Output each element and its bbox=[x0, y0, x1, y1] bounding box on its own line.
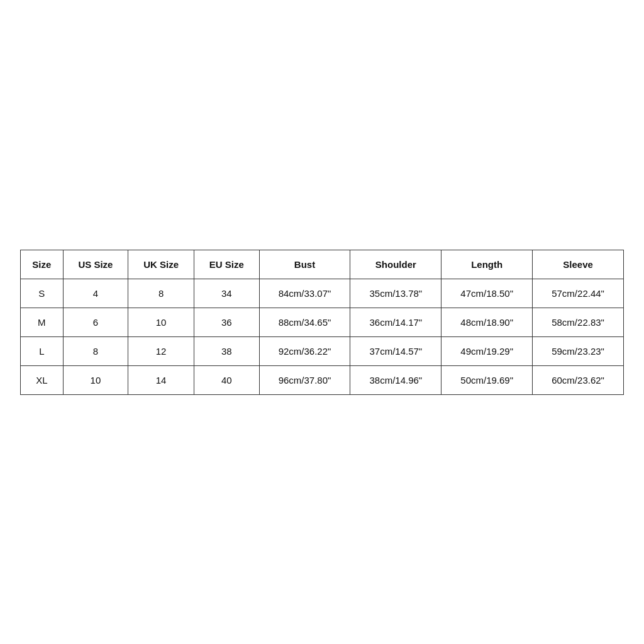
cell-2-6: 49cm/19.29" bbox=[441, 336, 533, 365]
cell-2-5: 37cm/14.57" bbox=[350, 336, 441, 365]
size-chart-container: Size US Size UK Size EU Size Bust Should… bbox=[20, 250, 624, 395]
table-row: XL10144096cm/37.80"38cm/14.96"50cm/19.69… bbox=[21, 365, 624, 394]
cell-2-0: L bbox=[21, 336, 64, 365]
header-eu-size: EU Size bbox=[194, 250, 259, 279]
cell-0-3: 34 bbox=[194, 279, 259, 308]
cell-0-5: 35cm/13.78" bbox=[350, 279, 441, 308]
cell-1-7: 58cm/22.83" bbox=[533, 308, 624, 336]
cell-0-7: 57cm/22.44" bbox=[533, 279, 624, 308]
cell-3-0: XL bbox=[21, 365, 64, 394]
header-sleeve: Sleeve bbox=[533, 250, 624, 279]
table-row: M6103688cm/34.65"36cm/14.17"48cm/18.90"5… bbox=[21, 308, 624, 336]
cell-3-2: 14 bbox=[128, 365, 194, 394]
cell-1-2: 10 bbox=[128, 308, 194, 336]
header-size: Size bbox=[21, 250, 64, 279]
cell-1-6: 48cm/18.90" bbox=[441, 308, 533, 336]
table-header-row: Size US Size UK Size EU Size Bust Should… bbox=[21, 250, 624, 279]
cell-0-0: S bbox=[21, 279, 64, 308]
cell-2-2: 12 bbox=[128, 336, 194, 365]
cell-1-5: 36cm/14.17" bbox=[350, 308, 441, 336]
cell-1-4: 88cm/34.65" bbox=[259, 308, 350, 336]
cell-2-1: 8 bbox=[63, 336, 128, 365]
cell-3-1: 10 bbox=[63, 365, 128, 394]
cell-3-7: 60cm/23.62" bbox=[533, 365, 624, 394]
cell-1-3: 36 bbox=[194, 308, 259, 336]
cell-3-3: 40 bbox=[194, 365, 259, 394]
cell-3-6: 50cm/19.69" bbox=[441, 365, 533, 394]
cell-1-1: 6 bbox=[63, 308, 128, 336]
header-uk-size: UK Size bbox=[128, 250, 194, 279]
cell-0-6: 47cm/18.50" bbox=[441, 279, 533, 308]
header-bust: Bust bbox=[259, 250, 350, 279]
cell-0-2: 8 bbox=[128, 279, 194, 308]
header-length: Length bbox=[441, 250, 533, 279]
cell-3-5: 38cm/14.96" bbox=[350, 365, 441, 394]
cell-0-4: 84cm/33.07" bbox=[259, 279, 350, 308]
table-row: L8123892cm/36.22"37cm/14.57"49cm/19.29"5… bbox=[21, 336, 624, 365]
cell-2-7: 59cm/23.23" bbox=[533, 336, 624, 365]
header-shoulder: Shoulder bbox=[350, 250, 441, 279]
header-us-size: US Size bbox=[63, 250, 128, 279]
size-chart-table: Size US Size UK Size EU Size Bust Should… bbox=[20, 250, 624, 395]
cell-1-0: M bbox=[21, 308, 64, 336]
cell-0-1: 4 bbox=[63, 279, 128, 308]
cell-2-3: 38 bbox=[194, 336, 259, 365]
cell-2-4: 92cm/36.22" bbox=[259, 336, 350, 365]
cell-3-4: 96cm/37.80" bbox=[259, 365, 350, 394]
table-row: S483484cm/33.07"35cm/13.78"47cm/18.50"57… bbox=[21, 279, 624, 308]
